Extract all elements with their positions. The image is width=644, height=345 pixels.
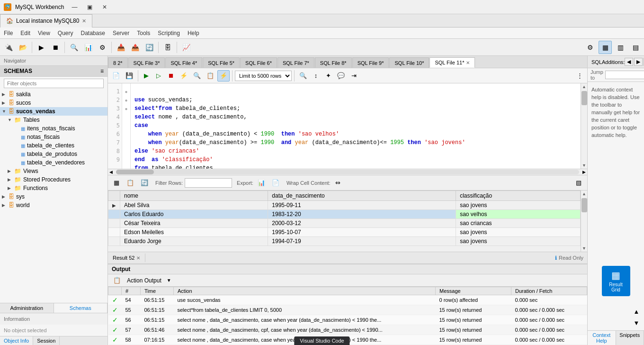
filter-rows-input[interactable] bbox=[185, 178, 232, 188]
execute-btn[interactable]: ▶ bbox=[141, 70, 152, 82]
new-file-btn[interactable]: 📄 bbox=[110, 70, 122, 82]
sidebar-scroll-up-btn[interactable]: ▲ bbox=[631, 306, 642, 317]
result-sidebar-btn[interactable]: ▧ bbox=[573, 177, 584, 189]
result-refresh-btn[interactable]: 🔄 bbox=[138, 177, 151, 189]
menu-database[interactable]: Database bbox=[77, 29, 109, 37]
editor-hscrollbar[interactable]: ◀ ▶ bbox=[108, 169, 587, 175]
result-scroll-down[interactable]: ▼ bbox=[581, 245, 587, 252]
folder-functions[interactable]: ▶ 📁 Functions bbox=[0, 184, 107, 192]
schema-inspector-btn[interactable]: 🔍 bbox=[67, 41, 80, 54]
menu-tools[interactable]: Tools bbox=[133, 29, 154, 37]
layout-btn-3[interactable]: ▤ bbox=[629, 41, 642, 54]
action-output-dropdown[interactable]: ▼ bbox=[163, 275, 175, 286]
sql-tab-7[interactable]: SQL File 7* bbox=[277, 57, 314, 68]
result-scroll-up[interactable]: ▲ bbox=[581, 191, 587, 197]
sidebar-forward-btn[interactable]: ▶ bbox=[634, 58, 643, 66]
table-item-produtos[interactable]: ▦ tabela_de_produtos bbox=[0, 150, 107, 158]
maximize-button[interactable]: ▣ bbox=[83, 2, 96, 12]
export-csv-btn[interactable]: 📊 bbox=[255, 177, 268, 189]
result-vscrollbar[interactable]: ▲ ▼ bbox=[581, 191, 587, 252]
minimize-button[interactable]: — bbox=[68, 2, 81, 12]
menu-view[interactable]: View bbox=[34, 29, 54, 37]
run-btn[interactable]: ▶ bbox=[35, 41, 48, 54]
result-grid-sidebar-btn[interactable]: ▦ ResultGrid bbox=[602, 266, 630, 296]
sql-tab-3[interactable]: SQL File 3* bbox=[128, 57, 165, 68]
table-row[interactable]: Edson Meilelles 1995-10-07 sao jovens bbox=[108, 228, 581, 237]
close-button[interactable]: ✕ bbox=[98, 2, 111, 12]
sql-tab-6[interactable]: SQL File 6* bbox=[240, 57, 277, 68]
sql-tab-9[interactable]: SQL File 9* bbox=[352, 57, 389, 68]
find-btn[interactable]: 🔍 bbox=[297, 70, 309, 82]
settings-btn[interactable]: ⚙ bbox=[583, 41, 597, 54]
sql-tab-4[interactable]: SQL File 4* bbox=[165, 57, 202, 68]
table-row[interactable]: Eduardo Jorge 1994-07-19 sao jovens bbox=[108, 237, 581, 246]
editor-vscrollbar[interactable]: ▲ ▼ bbox=[581, 83, 587, 169]
hscroll-thumb[interactable] bbox=[116, 170, 154, 174]
menu-file[interactable]: File bbox=[0, 29, 17, 37]
table-item-clientes[interactable]: ▦ tabela_de_clientes bbox=[0, 141, 107, 150]
find-replace-btn[interactable]: ↕ bbox=[310, 70, 322, 82]
result-52-tab[interactable]: Result 52 ✕ bbox=[108, 254, 145, 262]
object-info-tab[interactable]: Object Info bbox=[0, 336, 33, 345]
execute-explain-btn[interactable]: ⚡ bbox=[178, 70, 190, 82]
menu-scripting[interactable]: Scripting bbox=[154, 29, 184, 37]
table-data-btn[interactable]: 📊 bbox=[81, 41, 95, 54]
scroll-thumb[interactable] bbox=[581, 91, 587, 105]
indent-btn[interactable]: ⇥ bbox=[348, 70, 359, 82]
scroll-up-btn[interactable]: ▲ bbox=[581, 83, 587, 90]
performance-dashboard-btn[interactable]: 📈 bbox=[179, 41, 193, 54]
sql-tab-8[interactable]: 8 2* bbox=[108, 57, 128, 68]
context-help-tab[interactable]: Context Help bbox=[588, 331, 616, 345]
new-connection-btn[interactable]: 🔌 bbox=[2, 41, 15, 54]
result-tab-close[interactable]: ✕ bbox=[136, 255, 140, 261]
sql-tab-close-icon[interactable]: ✕ bbox=[466, 60, 470, 65]
menu-server[interactable]: Server bbox=[109, 29, 133, 37]
toggle-explain-btn[interactable]: 🔍 bbox=[191, 70, 203, 82]
sql-tab-11[interactable]: SQL File 11* ✕ bbox=[429, 57, 475, 68]
table-row[interactable]: ▶ Abel Silva 1995-09-11 sao jovens bbox=[108, 201, 581, 210]
schema-item-sys[interactable]: ▶ 🗄 sys bbox=[0, 192, 107, 201]
menu-help[interactable]: Help bbox=[184, 29, 203, 37]
beautify-btn[interactable]: ✦ bbox=[322, 70, 334, 82]
query-settings-btn[interactable]: ⚙ bbox=[96, 41, 109, 54]
manage-import-btn[interactable]: 📥 bbox=[114, 41, 127, 54]
result-scroll-thumb[interactable] bbox=[581, 198, 587, 212]
schemas-tab[interactable]: Schemas bbox=[54, 303, 108, 313]
more-options-btn[interactable]: ⋮ bbox=[574, 70, 585, 82]
stop-execute-btn[interactable]: ⏹ bbox=[165, 70, 177, 82]
migration-btn[interactable]: 🔄 bbox=[143, 41, 156, 54]
schema-item-world[interactable]: ▶ 🗄 world bbox=[0, 201, 107, 209]
wrap-btn[interactable]: ⇔ bbox=[332, 177, 344, 189]
execute-highlighted-btn[interactable]: ⚡ bbox=[217, 70, 230, 82]
sql-tab-10[interactable]: SQL File 10* bbox=[389, 57, 429, 68]
schema-item-sucos[interactable]: ▶ 🗄 sucos bbox=[0, 99, 107, 107]
table-item-notas[interactable]: ▦ notas_fiscais bbox=[0, 133, 107, 141]
export-btn[interactable]: 📤 bbox=[128, 41, 142, 54]
table-row[interactable]: Carlos Eduardo 1983-12-20 sao velhos bbox=[108, 210, 581, 219]
sql-tab-5[interactable]: SQL File 5* bbox=[203, 57, 240, 68]
hscroll-left-btn[interactable]: ◀ bbox=[108, 170, 114, 174]
table-item-vendedores[interactable]: ▦ tabela_de_vendedores bbox=[0, 158, 107, 167]
jump-to-input[interactable] bbox=[605, 71, 644, 79]
export-other-btn[interactable]: 📄 bbox=[269, 177, 282, 189]
schema-search-input[interactable] bbox=[4, 79, 104, 88]
folder-tables[interactable]: ▼ 📁 Tables bbox=[0, 116, 107, 124]
menu-edit[interactable]: Edit bbox=[17, 29, 34, 37]
sql-tab-8b[interactable]: SQL File 8* bbox=[315, 57, 352, 68]
folder-views[interactable]: ▶ 📁 Views bbox=[0, 167, 107, 175]
open-sql-btn[interactable]: 📂 bbox=[16, 41, 29, 54]
schemas-menu-icon[interactable]: ≡ bbox=[100, 68, 104, 74]
result-form-btn[interactable]: 📋 bbox=[124, 177, 136, 189]
folder-stored-procedures[interactable]: ▶ 📁 Stored Procedures bbox=[0, 175, 107, 184]
sidebar-back-btn[interactable]: ◀ bbox=[625, 58, 633, 66]
layout-btn-1[interactable]: ▦ bbox=[599, 41, 612, 54]
output-copy-btn[interactable]: 📋 bbox=[111, 275, 123, 286]
limit-select[interactable]: Limit to 5000 rows bbox=[235, 71, 292, 81]
session-tab[interactable]: Session bbox=[33, 336, 60, 345]
mysql-fabric-btn[interactable]: 🗄 bbox=[161, 41, 174, 54]
comment-btn[interactable]: 💬 bbox=[335, 70, 347, 82]
layout-btn-2[interactable]: ▥ bbox=[614, 41, 627, 54]
snippets-tab[interactable]: Snippets bbox=[616, 331, 644, 345]
save-file-btn[interactable]: 💾 bbox=[123, 70, 135, 82]
execute-current-btn[interactable]: ▷ bbox=[153, 70, 164, 82]
